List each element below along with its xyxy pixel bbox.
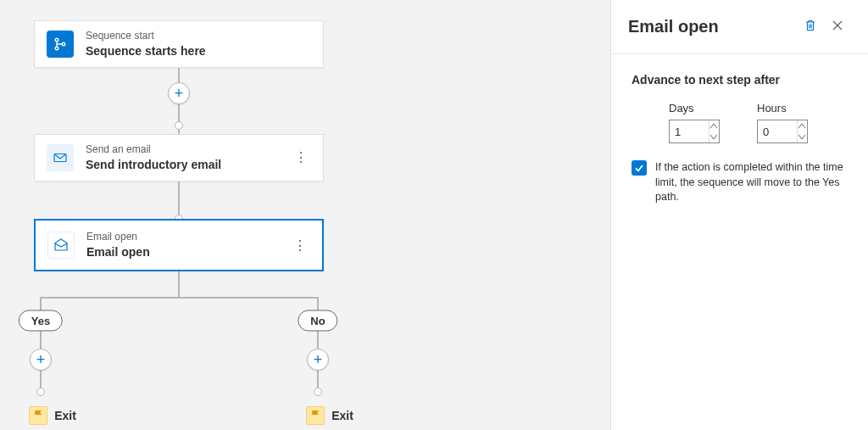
properties-panel: Email open Advance to next step after Da… [610, 0, 868, 430]
sequence-start-icon [47, 31, 74, 58]
node-sequence-start[interactable]: Sequence start Sequence starts here [34, 20, 324, 68]
envelope-icon [47, 144, 74, 171]
hours-label: Hours [757, 102, 808, 114]
connector-dot [314, 388, 322, 396]
node-title: Sequence starts here [86, 43, 206, 59]
time-limit-checkbox[interactable] [632, 160, 647, 176]
hours-input[interactable] [758, 120, 797, 142]
checkbox-label: If the action is completed within the ti… [655, 160, 848, 205]
exit-label: Exit [331, 409, 353, 422]
node-title: Send introductory email [86, 157, 221, 172]
checkbox-row: If the action is completed within the ti… [632, 160, 848, 205]
node-type-label: Email open [86, 231, 150, 244]
hours-increment[interactable] [798, 120, 807, 131]
connector-horizontal [40, 297, 318, 299]
node-texts: Send an email Send introductory email [86, 143, 221, 172]
svg-point-2 [62, 42, 65, 46]
flag-icon [29, 406, 47, 425]
delete-button[interactable] [797, 14, 824, 41]
trash-icon [804, 19, 817, 36]
connector-dot [175, 121, 183, 130]
svg-point-1 [55, 47, 58, 50]
advance-section-label: Advance to next step after [632, 73, 848, 87]
close-icon [832, 20, 843, 35]
hours-field: Hours [757, 102, 808, 143]
hours-stepper[interactable] [757, 120, 808, 143]
sequence-canvas: Sequence start Sequence starts here + Se… [0, 0, 610, 430]
node-send-email[interactable]: Send an email Send introductory email ⋮ [34, 134, 324, 181]
branch-yes-label[interactable]: Yes [19, 310, 63, 332]
exit-yes[interactable]: Exit [29, 406, 76, 425]
add-step-button[interactable]: + [168, 82, 190, 104]
connector [178, 271, 180, 297]
node-email-open[interactable]: Email open Email open ⋮ [34, 219, 324, 271]
node-texts: Email open Email open [86, 231, 150, 260]
node-texts: Sequence start Sequence starts here [86, 30, 206, 59]
node-menu-button[interactable]: ⋮ [290, 237, 310, 254]
check-icon [634, 163, 644, 173]
panel-header: Email open [611, 0, 868, 54]
days-decrement[interactable] [709, 131, 719, 142]
connector-dot [36, 388, 45, 396]
connector [178, 181, 180, 219]
days-stepper[interactable] [669, 120, 720, 143]
add-step-yes-button[interactable]: + [30, 349, 52, 371]
node-type-label: Send an email [86, 143, 221, 157]
panel-title: Email open [628, 17, 797, 36]
branch-no-label[interactable]: No [298, 310, 337, 332]
node-type-label: Sequence start [86, 30, 206, 43]
add-step-no-button[interactable]: + [307, 349, 329, 371]
hours-decrement[interactable] [798, 131, 807, 142]
days-field: Days [669, 102, 720, 143]
days-label: Days [669, 102, 720, 114]
days-increment[interactable] [709, 120, 719, 131]
email-open-icon [47, 232, 75, 259]
days-input[interactable] [670, 120, 709, 142]
panel-body: Advance to next step after Days Hours [611, 54, 868, 224]
time-fields: Days Hours [669, 102, 848, 143]
node-menu-button[interactable]: ⋮ [291, 149, 311, 165]
close-panel-button[interactable] [824, 14, 851, 41]
flag-icon [306, 406, 325, 425]
exit-no[interactable]: Exit [306, 406, 353, 425]
node-title: Email open [86, 244, 150, 260]
exit-label: Exit [54, 409, 76, 422]
svg-point-0 [55, 38, 58, 42]
